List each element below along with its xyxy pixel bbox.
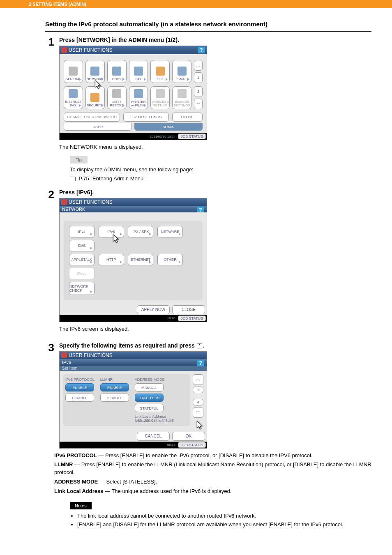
apply-now-button[interactable]: APPLY NOW — [137, 305, 170, 314]
step2-caption: The IPv6 screen is displayed. — [59, 325, 371, 333]
list-item: The link local address cannot be connect… — [77, 512, 371, 520]
step-2: 2 Press [IPv6]. USER FUNCTIONS NETWORK ?… — [45, 189, 371, 335]
llmnr-enable-button[interactable]: ENABLE — [100, 383, 129, 391]
http-button[interactable]: HTTP — [99, 254, 124, 265]
admin-tile-security[interactable]: SECURITY — [85, 86, 105, 109]
footer-strip: 10:48 JOB STATUS — [60, 315, 207, 322]
job-status-button[interactable]: JOB STATUS — [178, 442, 206, 448]
app-icon — [61, 199, 67, 205]
llmnr-label: LLMNR — [100, 378, 129, 382]
admin-tile-general[interactable]: GENERAL — [64, 60, 83, 83]
step-3: 3 Specify the following items as require… — [45, 342, 371, 530]
tab-user[interactable]: USER — [64, 123, 132, 131]
scroll-up-icon[interactable]: ︿ — [193, 374, 203, 385]
screenshot-network-menu: USER FUNCTIONS NETWORK ? IPv4 IPv6 IPX /… — [59, 198, 207, 322]
network-check-button[interactable]: NETWORK CHECK — [69, 282, 95, 295]
mode-stateless-button[interactable]: STATELESS — [135, 394, 164, 402]
page-indicator-1: 1 — [194, 72, 203, 83]
admin-tile-internet-fax[interactable]: INTERNET FAX — [64, 86, 83, 109]
step1-caption: The NETWORK menu is displayed. — [59, 143, 371, 151]
ipsec-button[interactable]: IPsec — [69, 268, 95, 279]
other-button[interactable]: OTHER — [157, 254, 183, 265]
app-icon — [61, 352, 67, 358]
window-title: USER FUNCTIONS — [69, 47, 113, 53]
section-rule — [45, 31, 371, 32]
window-titlebar: USER FUNCTIONS ? — [60, 46, 207, 54]
window-titlebar: USER FUNCTIONS — [60, 198, 207, 206]
notes-tag: Notes — [70, 502, 92, 509]
notes-list: The link local address cannot be connect… — [77, 512, 371, 529]
page-footer: 142 Setting Network Functions — [0, 549, 392, 555]
ipv4-button[interactable]: IPv4 — [69, 226, 95, 237]
desc-llmnr: LLMNR — Press [ENABLE] to enable the LLM… — [54, 461, 371, 477]
admin-tile-wireless[interactable]: WIRELESS SETTING — [150, 86, 170, 109]
ipv6-button[interactable]: IPv6 — [99, 226, 124, 237]
appletalk-button[interactable]: APPLETALK — [69, 254, 95, 265]
footer-date: 2011/05/10 10:24 — [150, 135, 175, 138]
admin-tile-bluetooth[interactable]: Bluetooth SETTINGS — [172, 86, 191, 109]
step1-heading: Press [NETWORK] in the ADMIN menu (1/2). — [59, 37, 371, 43]
tip-text: To display the ADMIN menu, see the follo… — [70, 166, 371, 174]
bottom-button-row: CANCEL OK — [60, 429, 207, 442]
footer-strip: 08:58 JOB STATUS — [60, 442, 207, 448]
link-local-address-label: Link Local Address — [135, 415, 174, 419]
admin-tile-file[interactable]: FILE — [150, 60, 170, 83]
netware-button[interactable]: NETWARE — [157, 226, 183, 237]
scroll-down-icon[interactable]: ﹀ — [193, 407, 203, 418]
screenshot-admin-menu: USER FUNCTIONS ? GENERAL NETWORK COPY FA… — [59, 46, 207, 140]
help-icon[interactable]: ? — [197, 360, 204, 366]
ipv6-disable-button[interactable]: DISABLE — [65, 394, 94, 402]
ipv6-enable-button[interactable]: ENABLE — [65, 383, 94, 391]
window-title: USER FUNCTIONS — [69, 199, 113, 205]
job-status-button[interactable]: JOB STATUS — [178, 315, 206, 321]
link-local-address-value: fe80::280:91ff:fe4f:8d45 — [135, 419, 174, 423]
desc-ipv6-protocol: IPv6 PROTOCOL — Press [ENABLE] to enable… — [54, 452, 371, 460]
mode-manual-button[interactable]: MANUAL — [135, 383, 164, 391]
job-status-button[interactable]: JOB STATUS — [178, 134, 206, 139]
ethernet-button[interactable]: ETHERNET — [128, 254, 153, 265]
window-title: USER FUNCTIONS — [69, 352, 113, 358]
window-titlebar: USER FUNCTIONS — [60, 352, 207, 359]
ipv6-protocol-label: IPv6 PROTOCOL — [65, 378, 95, 382]
scroll-up-icon[interactable]: ︿ — [194, 60, 203, 71]
page-indicator-4: 4 — [193, 399, 203, 405]
scroll-down-icon[interactable]: ﹀ — [194, 99, 203, 109]
address-mode-label: ADDRESS MODE — [135, 378, 174, 382]
tip-link[interactable]: P.75 "Entering Admin Menu" — [70, 175, 371, 182]
admin-tile-network[interactable]: NETWORK — [85, 60, 105, 83]
footer-date: 10:48 — [167, 316, 175, 320]
step-number: 1 — [45, 37, 54, 182]
admin-tile-email[interactable]: E-MAIL — [172, 60, 191, 83]
ok-button[interactable]: OK — [172, 432, 205, 441]
desc-address-mode: ADDRESS MODE — Select [STATELESS]. — [54, 478, 371, 486]
chapter-header: 2 SETTING ITEMS (ADMIN) — [0, 0, 392, 8]
breadcrumb: NETWORK ? — [60, 206, 207, 212]
book-icon — [70, 177, 76, 181]
mode-stateful-button[interactable]: STATEFUL — [135, 404, 164, 412]
close-button[interactable]: CLOSE — [172, 113, 203, 122]
sub-breadcrumb: Set Item — [60, 366, 207, 371]
bottom-button-row: APPLY NOW CLOSE — [60, 303, 207, 315]
change-password-button[interactable]: CHANGE USER PASSWORD — [64, 113, 120, 122]
breadcrumb: IPv6 ? — [60, 359, 207, 366]
screenshot-ipv6-setitem: USER FUNCTIONS IPv6 ? Set Item IPv6 PROT… — [59, 351, 207, 449]
admin-tile-copy[interactable]: COPY — [107, 60, 127, 83]
help-icon[interactable]: ? — [198, 47, 205, 53]
list-item: [ENABLE] and [DISABLE] for the LLMNR pro… — [77, 520, 371, 529]
ipx-spx-button[interactable]: IPX / SPX — [128, 226, 153, 237]
8021x-settings-button[interactable]: 802.1X SETTINGS — [123, 113, 168, 122]
footer-date: 08:58 — [167, 443, 175, 447]
close-button[interactable]: CLOSE — [172, 305, 205, 314]
admin-tile-printer-efiling[interactable]: PRINTER /e-FILING — [129, 86, 148, 109]
cancel-button[interactable]: CANCEL — [137, 432, 170, 441]
section-title: Setting the IPv6 protocol automatically … — [45, 21, 371, 28]
admin-tile-fax[interactable]: FAX — [129, 60, 148, 83]
admin-tile-list-report[interactable]: LIST / REPORT — [107, 86, 127, 109]
step-1: 1 Press [NETWORK] in the ADMIN menu (1/2… — [45, 37, 371, 182]
step-number: 2 — [45, 189, 54, 335]
smb-button[interactable]: SMB — [69, 240, 95, 251]
tab-admin[interactable]: ADMIN — [134, 123, 203, 131]
step2-heading: Press [IPv6]. — [59, 189, 371, 196]
llmnr-disable-button[interactable]: DISABLE — [100, 394, 129, 402]
step-number: 3 — [45, 342, 54, 530]
